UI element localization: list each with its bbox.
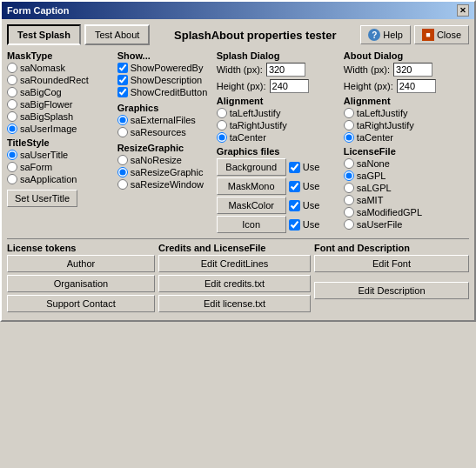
gf-background-row: Background Use [217, 158, 342, 176]
mask-type-label: MaskType [7, 50, 116, 61]
radio-saApplication: saApplication [7, 174, 116, 184]
radio-saResizeWindow-input[interactable] [117, 179, 128, 190]
check-ShowPoweredBy: ShowPoweredBy [117, 63, 215, 73]
radio-saApplication-label: saApplication [20, 174, 77, 184]
about-width-row: Width (px): [344, 63, 469, 77]
window-content: Test Splash Test About SplashAbout prope… [2, 19, 474, 320]
background-use-check[interactable] [289, 162, 300, 173]
credits-license-label: Credits and LicenseFile [158, 243, 311, 253]
test-about-tab[interactable]: Test About [84, 24, 150, 45]
radio-saGPL-input[interactable] [344, 170, 354, 181]
radio-saModifiedGPL-input[interactable] [344, 207, 354, 217]
radio-saResizeGraphic-label: saResizeGraphic [131, 167, 204, 177]
radio-saForm-input[interactable] [7, 162, 17, 172]
radio-saResources-label: saResources [131, 127, 186, 137]
radio-saBigFlower-input[interactable] [7, 99, 17, 110]
radio-saMIT-input[interactable] [344, 195, 354, 205]
close-button[interactable]: ■ Close [414, 25, 469, 44]
check-ShowCreditButton-input[interactable] [117, 87, 128, 97]
radio-splash-taLeftJustify: taLeftJustify [217, 108, 342, 118]
radio-saNomask-label: saNomask [20, 63, 65, 73]
radio-saRoundedRect-input[interactable] [7, 75, 17, 85]
radio-saBigFlower-label: saBigFlower [20, 99, 73, 110]
show-label: Show... [117, 50, 215, 61]
maskcolor-use-check[interactable] [289, 200, 300, 211]
author-button[interactable]: Author [7, 255, 155, 272]
test-splash-tab[interactable]: Test Splash [7, 24, 81, 45]
about-height-input[interactable] [397, 79, 436, 93]
radio-saGPL-label: saGPL [357, 170, 386, 181]
edit-license-txt-button[interactable]: Edit license.txt [158, 295, 311, 312]
radio-splash-taRightJustify-input[interactable] [217, 120, 227, 130]
gf-maskcolor-row: MaskColor Use [217, 197, 342, 214]
background-use-label: Use [303, 162, 320, 172]
splash-height-input[interactable] [270, 79, 309, 93]
font-desc-col: Font and Description Edit Font Edit Desc… [314, 243, 469, 315]
check-ShowDescription-input[interactable] [117, 75, 128, 85]
radio-saNoResize-input[interactable] [117, 155, 128, 165]
splash-dialog-label: Splash Dialog [217, 50, 342, 61]
graphics-label: Graphics [117, 103, 215, 113]
radio-saNone-input[interactable] [344, 158, 354, 169]
radio-about-taLeftJustify-input[interactable] [344, 108, 354, 118]
window-title: Form Caption [7, 5, 70, 16]
gf-icon-row: Icon Use [217, 216, 342, 233]
resize-graphic-label: ResizeGraphic [117, 143, 215, 153]
main-window: Form Caption ✕ Test Splash Test About Sp… [0, 0, 476, 322]
edit-font-button[interactable]: Edit Font [314, 255, 469, 272]
title-bar-close-btn[interactable]: ✕ [457, 4, 469, 17]
radio-saResources: saResources [117, 127, 215, 137]
edit-description-button[interactable]: Edit Description [314, 282, 469, 299]
radio-splash-taRightJustify: taRightJustify [217, 120, 342, 130]
help-button[interactable]: ? Help [360, 25, 411, 44]
radio-splash-taRightJustify-label: taRightJustify [230, 120, 287, 130]
radio-splash-taCenter-input[interactable] [217, 132, 227, 143]
radio-saUserFile: saUserFile [344, 219, 469, 230]
icon-button[interactable]: Icon [217, 216, 286, 233]
radio-saLGPL-input[interactable] [344, 183, 354, 193]
set-user-title-button[interactable]: Set UserTitle [7, 190, 77, 207]
radio-about-taRightJustify-input[interactable] [344, 120, 354, 130]
radio-saResources-input[interactable] [117, 127, 128, 137]
radio-about-taRightJustify: taRightJustify [344, 120, 469, 130]
radio-about-taCenter-input[interactable] [344, 132, 354, 143]
radio-saBigSplash-input[interactable] [7, 111, 17, 122]
maskmono-button[interactable]: MaskMono [217, 177, 286, 195]
radio-saUserFile-input[interactable] [344, 219, 354, 230]
radio-saNomask: saNomask [7, 63, 116, 73]
maskcolor-button[interactable]: MaskColor [217, 197, 286, 214]
radio-splash-taCenter: taCenter [217, 132, 342, 143]
radio-saBigCog-input[interactable] [7, 87, 17, 97]
edit-credits-txt-button[interactable]: Edit credits.txt [158, 275, 311, 292]
radio-saUserImage-input[interactable] [7, 124, 17, 134]
icon-use-check[interactable] [289, 219, 300, 231]
splash-width-input[interactable] [266, 63, 305, 77]
about-dialog-label: About Dialog [344, 50, 469, 61]
radio-saUserTitle-label: saUserTitle [20, 150, 68, 160]
check-ShowPoweredBy-input[interactable] [117, 63, 128, 73]
about-alignment-label: Alignment [344, 96, 469, 106]
license-tokens-col: License tokens Author Organisation Suppo… [7, 243, 155, 315]
check-ShowCreditButton-label: ShowCreditButton [131, 87, 208, 97]
radio-saUserImage: saUserImage [7, 124, 116, 134]
support-contact-button[interactable]: Support Contact [7, 295, 155, 312]
app-title: SplashAbout properties tester [153, 29, 357, 42]
radio-saNomask-input[interactable] [7, 63, 17, 73]
maskmono-use-check[interactable] [289, 181, 300, 192]
radio-saExternalFiles-input[interactable] [117, 115, 128, 125]
radio-saResizeGraphic-input[interactable] [117, 167, 128, 177]
about-width-input[interactable] [393, 63, 432, 77]
radio-saBigFlower: saBigFlower [7, 99, 116, 110]
radio-saUserTitle-input[interactable] [7, 150, 17, 160]
radio-about-taLeftJustify: taLeftJustify [344, 108, 469, 118]
radio-saApplication-input[interactable] [7, 174, 17, 184]
edit-creditlines-button[interactable]: Edit CreditLines [158, 255, 311, 272]
radio-saResizeWindow: saResizeWindow [117, 179, 215, 190]
organisation-button[interactable]: Organisation [7, 275, 155, 292]
radio-saUserFile-label: saUserFile [357, 219, 403, 230]
radio-splash-taLeftJustify-input[interactable] [217, 108, 227, 118]
title-bar: Form Caption ✕ [2, 2, 474, 19]
background-button[interactable]: Background [217, 158, 286, 176]
radio-splash-taCenter-label: taCenter [230, 132, 266, 143]
check-ShowCreditButton: ShowCreditButton [117, 87, 215, 97]
